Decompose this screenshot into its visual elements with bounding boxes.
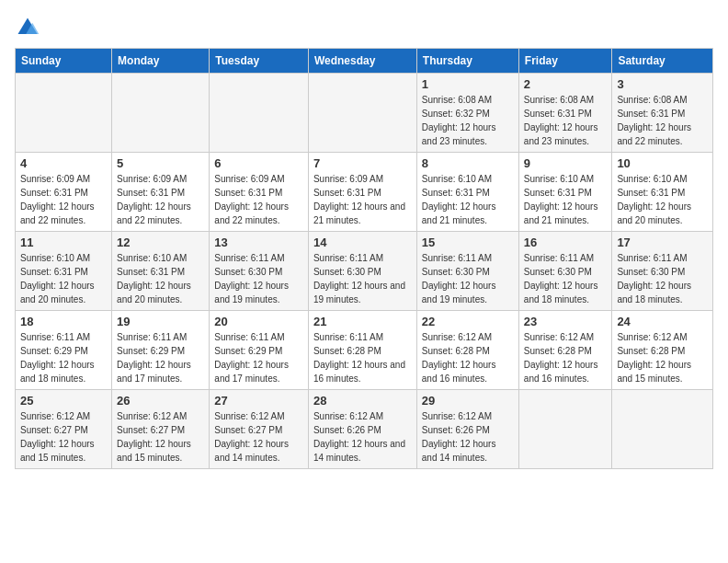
day-number: 20 [214,315,303,328]
calendar-cell: 1Sunrise: 6:08 AM Sunset: 6:32 PM Daylig… [416,74,518,153]
day-info: Sunrise: 6:12 AM Sunset: 6:28 PM Dayligh… [617,330,708,385]
calendar-cell: 13Sunrise: 6:11 AM Sunset: 6:30 PM Dayli… [210,232,309,311]
calendar-cell: 27Sunrise: 6:12 AM Sunset: 6:27 PM Dayli… [210,390,309,469]
calendar-cell: 20Sunrise: 6:11 AM Sunset: 6:29 PM Dayli… [210,311,309,390]
day-number: 6 [214,156,303,170]
calendar-cell [308,74,416,153]
day-info: Sunrise: 6:12 AM Sunset: 6:26 PM Dayligh… [313,409,412,465]
day-info: Sunrise: 6:09 AM Sunset: 6:31 PM Dayligh… [117,172,204,227]
calendar-cell: 29Sunrise: 6:12 AM Sunset: 6:26 PM Dayli… [416,390,518,469]
day-number: 5 [117,156,204,170]
calendar-cell: 21Sunrise: 6:11 AM Sunset: 6:28 PM Dayli… [308,311,416,390]
header-day-sunday: Sunday [16,49,112,74]
day-number: 26 [117,394,204,408]
logo-icon [15,15,40,40]
day-info: Sunrise: 6:10 AM Sunset: 6:31 PM Dayligh… [524,172,608,227]
week-row-3: 11Sunrise: 6:10 AM Sunset: 6:31 PM Dayli… [16,232,713,311]
calendar-cell: 10Sunrise: 6:10 AM Sunset: 6:31 PM Dayli… [612,153,713,232]
day-info: Sunrise: 6:12 AM Sunset: 6:26 PM Dayligh… [422,409,514,465]
day-info: Sunrise: 6:09 AM Sunset: 6:31 PM Dayligh… [214,172,303,227]
day-number: 4 [20,156,107,170]
day-info: Sunrise: 6:10 AM Sunset: 6:31 PM Dayligh… [20,251,107,306]
day-number: 28 [313,394,412,408]
day-info: Sunrise: 6:12 AM Sunset: 6:27 PM Dayligh… [117,409,204,465]
week-row-1: 1Sunrise: 6:08 AM Sunset: 6:32 PM Daylig… [16,74,713,153]
header-day-monday: Monday [112,49,210,74]
day-info: Sunrise: 6:11 AM Sunset: 6:30 PM Dayligh… [524,251,608,306]
calendar-cell: 12Sunrise: 6:10 AM Sunset: 6:31 PM Dayli… [112,232,210,311]
day-info: Sunrise: 6:09 AM Sunset: 6:31 PM Dayligh… [20,172,107,227]
day-info: Sunrise: 6:10 AM Sunset: 6:31 PM Dayligh… [117,251,204,306]
header-row: SundayMondayTuesdayWednesdayThursdayFrid… [16,49,713,74]
week-row-2: 4Sunrise: 6:09 AM Sunset: 6:31 PM Daylig… [16,153,713,232]
day-info: Sunrise: 6:11 AM Sunset: 6:28 PM Dayligh… [313,330,412,385]
day-info: Sunrise: 6:10 AM Sunset: 6:31 PM Dayligh… [617,172,708,227]
day-number: 21 [313,315,412,328]
calendar-cell: 4Sunrise: 6:09 AM Sunset: 6:31 PM Daylig… [16,153,112,232]
day-number: 18 [20,315,107,328]
day-info: Sunrise: 6:08 AM Sunset: 6:31 PM Dayligh… [617,93,708,148]
day-info: Sunrise: 6:11 AM Sunset: 6:29 PM Dayligh… [117,330,204,385]
calendar-cell: 2Sunrise: 6:08 AM Sunset: 6:31 PM Daylig… [518,74,612,153]
day-number: 8 [422,156,514,170]
calendar-cell: 15Sunrise: 6:11 AM Sunset: 6:30 PM Dayli… [416,232,518,311]
calendar-cell: 26Sunrise: 6:12 AM Sunset: 6:27 PM Dayli… [112,390,210,469]
day-info: Sunrise: 6:10 AM Sunset: 6:31 PM Dayligh… [422,172,514,227]
day-number: 23 [524,315,608,328]
header-day-wednesday: Wednesday [308,49,416,74]
day-number: 27 [214,394,303,408]
day-info: Sunrise: 6:11 AM Sunset: 6:30 PM Dayligh… [214,251,303,306]
calendar-cell: 19Sunrise: 6:11 AM Sunset: 6:29 PM Dayli… [112,311,210,390]
day-number: 7 [313,156,412,170]
calendar-cell [612,390,713,469]
calendar-cell: 7Sunrise: 6:09 AM Sunset: 6:31 PM Daylig… [308,153,416,232]
day-info: Sunrise: 6:11 AM Sunset: 6:30 PM Dayligh… [422,251,514,306]
calendar-table: SundayMondayTuesdayWednesdayThursdayFrid… [15,48,713,469]
day-number: 3 [617,77,708,91]
calendar-cell: 18Sunrise: 6:11 AM Sunset: 6:29 PM Dayli… [16,311,112,390]
header-day-tuesday: Tuesday [210,49,309,74]
day-number: 29 [422,394,514,408]
header-day-friday: Friday [518,49,612,74]
day-info: Sunrise: 6:12 AM Sunset: 6:28 PM Dayligh… [422,330,514,385]
day-info: Sunrise: 6:08 AM Sunset: 6:31 PM Dayligh… [524,93,608,148]
calendar-cell: 5Sunrise: 6:09 AM Sunset: 6:31 PM Daylig… [112,153,210,232]
header-day-saturday: Saturday [612,49,713,74]
day-number: 15 [422,236,514,249]
calendar-cell [210,74,309,153]
day-info: Sunrise: 6:09 AM Sunset: 6:31 PM Dayligh… [313,172,412,227]
day-info: Sunrise: 6:12 AM Sunset: 6:27 PM Dayligh… [214,409,303,465]
day-number: 24 [617,315,708,328]
calendar-cell [112,74,210,153]
day-number: 10 [617,156,708,170]
calendar-cell: 17Sunrise: 6:11 AM Sunset: 6:30 PM Dayli… [612,232,713,311]
page-header [15,15,713,40]
week-row-5: 25Sunrise: 6:12 AM Sunset: 6:27 PM Dayli… [16,390,713,469]
day-info: Sunrise: 6:11 AM Sunset: 6:30 PM Dayligh… [313,251,412,306]
calendar-cell: 16Sunrise: 6:11 AM Sunset: 6:30 PM Dayli… [518,232,612,311]
calendar-cell: 25Sunrise: 6:12 AM Sunset: 6:27 PM Dayli… [16,390,112,469]
day-number: 9 [524,156,608,170]
day-number: 17 [617,236,708,249]
calendar-cell [16,74,112,153]
logo [15,15,44,40]
calendar-cell: 23Sunrise: 6:12 AM Sunset: 6:28 PM Dayli… [518,311,612,390]
calendar-cell: 6Sunrise: 6:09 AM Sunset: 6:31 PM Daylig… [210,153,309,232]
day-info: Sunrise: 6:08 AM Sunset: 6:32 PM Dayligh… [422,93,514,148]
day-info: Sunrise: 6:12 AM Sunset: 6:28 PM Dayligh… [524,330,608,385]
calendar-cell: 8Sunrise: 6:10 AM Sunset: 6:31 PM Daylig… [416,153,518,232]
day-number: 19 [117,315,204,328]
day-info: Sunrise: 6:11 AM Sunset: 6:29 PM Dayligh… [20,330,107,385]
day-number: 11 [20,236,107,249]
calendar-cell: 22Sunrise: 6:12 AM Sunset: 6:28 PM Dayli… [416,311,518,390]
day-info: Sunrise: 6:11 AM Sunset: 6:30 PM Dayligh… [617,251,708,306]
day-number: 1 [422,77,514,91]
calendar-cell: 9Sunrise: 6:10 AM Sunset: 6:31 PM Daylig… [518,153,612,232]
calendar-body: 1Sunrise: 6:08 AM Sunset: 6:32 PM Daylig… [16,74,713,469]
day-number: 25 [20,394,107,408]
day-number: 16 [524,236,608,249]
calendar-cell: 11Sunrise: 6:10 AM Sunset: 6:31 PM Dayli… [16,232,112,311]
day-number: 14 [313,236,412,249]
calendar-cell: 14Sunrise: 6:11 AM Sunset: 6:30 PM Dayli… [308,232,416,311]
day-number: 12 [117,236,204,249]
